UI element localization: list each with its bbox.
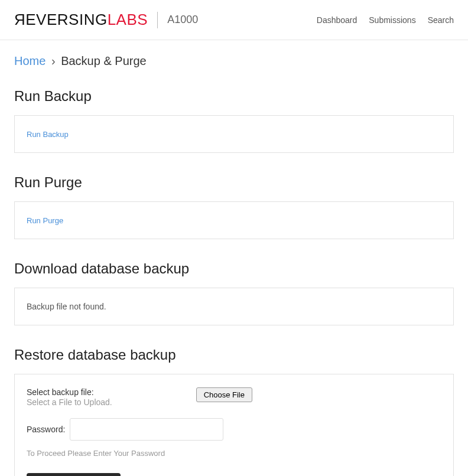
- download-backup-panel: Backup file not found.: [14, 288, 454, 325]
- nav-dashboard[interactable]: Dashboard: [317, 15, 358, 25]
- logo: ЯEVERSINGLABS: [14, 11, 148, 29]
- logo-divider: [157, 12, 158, 28]
- select-file-label: Select backup file:: [27, 387, 196, 397]
- download-backup-title: Download database backup: [14, 260, 454, 277]
- logo-text-reversing: ЯEVERSING: [14, 11, 108, 28]
- upload-restore-button[interactable]: Upload and restore: [27, 473, 121, 476]
- product-name: A1000: [167, 14, 198, 26]
- breadcrumb-home[interactable]: Home: [14, 54, 46, 67]
- select-file-labels: Select backup file: Select a File to Upl…: [27, 387, 196, 407]
- nav-submissions[interactable]: Submissions: [369, 15, 415, 25]
- content: Home › Backup & Purge Run Backup Run Bac…: [0, 40, 468, 476]
- header-left: ЯEVERSINGLABS A1000: [14, 11, 198, 29]
- header: ЯEVERSINGLABS A1000 Dashboard Submission…: [0, 0, 468, 40]
- password-helper: To Proceed Please Enter Your Password: [27, 449, 441, 458]
- download-backup-message: Backup file not found.: [27, 302, 106, 311]
- password-row: Password:: [27, 418, 441, 441]
- breadcrumb-separator: ›: [51, 54, 56, 67]
- run-purge-title: Run Purge: [14, 174, 454, 191]
- breadcrumb-current: Backup & Purge: [61, 54, 147, 67]
- select-file-hint: Select a File to Upload.: [27, 397, 112, 407]
- logo-text-labs: LABS: [108, 11, 148, 28]
- select-file-row: Select backup file: Select a File to Upl…: [27, 387, 441, 407]
- run-backup-link[interactable]: Run Backup: [27, 130, 69, 139]
- run-backup-panel: Run Backup: [14, 115, 454, 153]
- run-purge-panel: Run Purge: [14, 201, 454, 239]
- restore-backup-panel: Select backup file: Select a File to Upl…: [14, 374, 454, 476]
- restore-backup-title: Restore database backup: [14, 347, 454, 363]
- top-nav: Dashboard Submissions Search: [317, 15, 454, 25]
- nav-search[interactable]: Search: [428, 15, 454, 25]
- password-label: Password:: [27, 425, 65, 434]
- breadcrumb: Home › Backup & Purge: [14, 54, 454, 68]
- run-purge-link[interactable]: Run Purge: [27, 216, 63, 225]
- run-backup-title: Run Backup: [14, 88, 454, 105]
- password-input[interactable]: [70, 418, 223, 441]
- choose-file-button[interactable]: Choose File: [196, 387, 252, 402]
